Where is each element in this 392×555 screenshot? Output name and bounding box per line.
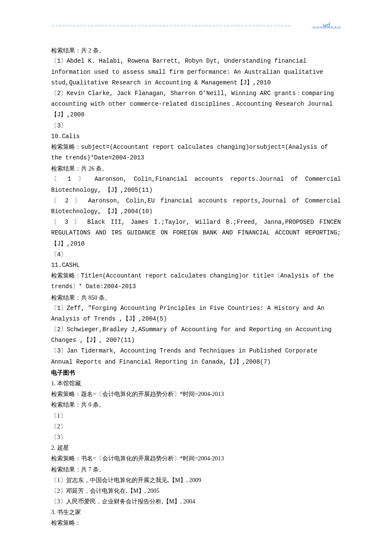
- header-dashes: ----------------------------------------…: [51, 23, 291, 29]
- header-wd-link: ...wd...: [312, 20, 341, 31]
- search-strategy: 检索策略：subject=(Accountant report calculat…: [51, 142, 341, 163]
- citation-item: 〔4〕: [51, 249, 341, 260]
- search-strategy: 检索策略：Title=(Accountant report calculates…: [51, 271, 341, 292]
- result-count: 检索结果：共 7 条。: [51, 464, 341, 475]
- search-strategy: 检索策略：题名=〔会计电算化的开展趋势分析〕*时间=2004-2013: [51, 389, 341, 399]
- page-header: ...wd... -------------------------------…: [51, 20, 341, 32]
- ebook-sub1-title: 1. 本馆馆藏: [51, 378, 341, 389]
- citation-item: 〔2〕Kevin Clarke, Jack Flanagan, Sharron …: [51, 88, 341, 121]
- section-heading-11: 11.CASHL: [51, 260, 341, 271]
- search-strategy: 检索策略：书名=〔会计电算化的开展趋势分析〕*时间=2004-2013: [51, 453, 341, 464]
- citation-item: 〔1〕: [51, 410, 341, 421]
- citation-item: 〔 1 〕 Aaronson, Colin,Financial accounts…: [51, 174, 341, 195]
- citation-item: 〔2〕: [51, 421, 341, 432]
- result-count: 检索结果：共 26 条。: [51, 163, 341, 174]
- citation-item: 〔3〕: [51, 121, 341, 131]
- ebook-section-title: 电子图书: [51, 367, 341, 378]
- citation-item: 〔3〕Jan Tidermark, Accounting Trends and …: [51, 346, 341, 367]
- search-strategy: 检索策略：: [51, 517, 341, 528]
- result-count: 检索结果：共 850 条。: [51, 292, 341, 303]
- citation-item: 〔2〕Schwieger,Bradley J,ASummary of Accou…: [51, 324, 341, 346]
- citation-item: 〔1〕贺志东，中国会计电算化的开展之我见,【M】, 2009: [51, 475, 341, 486]
- citation-item: 〔1〕Abdel K. Halabi, Rowena Barrett, Roby…: [51, 56, 341, 88]
- citation-item: 〔1〕Zeff, "Forging Accounting Principles …: [51, 303, 341, 324]
- citation-item: 〔 3 〕 Black III, James I.;Taylor, Willar…: [51, 217, 341, 249]
- citation-item: 〔3〕人民币爱民，企业财务会计报告分析,【M】, 2004: [51, 496, 341, 507]
- result-count: 检索结果：共 0 条。: [51, 399, 341, 410]
- citation-item: 〔3〕: [51, 432, 341, 442]
- document-page: ...wd... -------------------------------…: [0, 0, 392, 554]
- result-count: 检索结果：共 2 条。: [51, 45, 341, 56]
- section-heading-10: 10.Calis: [51, 131, 341, 142]
- ebook-sub3-title: 3. 书生之家: [51, 507, 341, 517]
- citation-item: 〔 2 〕 Aaronson, Colin,EU financial accou…: [51, 196, 341, 217]
- citation-item: 〔2〕邓延芳，会计电算化在,【M】, 2005: [51, 486, 341, 496]
- ebook-sub2-title: 2. 超星: [51, 442, 341, 453]
